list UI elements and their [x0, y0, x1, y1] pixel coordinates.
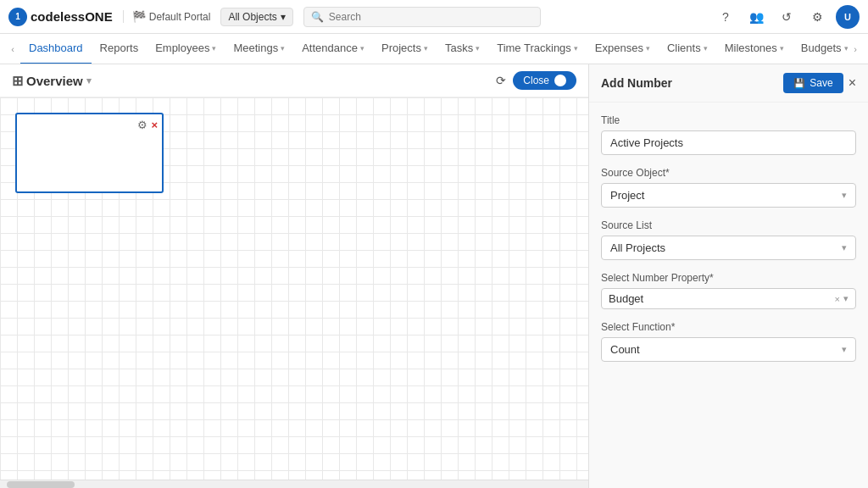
widget-settings-button[interactable]: ⚙: [137, 119, 147, 131]
portal-icon: 🏁: [132, 10, 146, 23]
source-list-arrow-icon: ▾: [842, 242, 847, 253]
portal-badge[interactable]: 🏁 Default Portal: [123, 10, 211, 23]
source-object-select[interactable]: Project ▾: [601, 183, 856, 208]
source-object-value: Project: [610, 189, 644, 202]
title-input[interactable]: [601, 130, 856, 155]
form-group-source-list: Source List All Projects ▾: [601, 219, 856, 260]
nav-item-tasks[interactable]: Tasks ▾: [437, 34, 488, 64]
nav-label-timetrackings: Time Trackings: [497, 42, 571, 54]
number-property-label: Select Number Property*: [601, 272, 856, 284]
nav-item-reports[interactable]: Reports: [92, 34, 147, 64]
source-object-arrow-icon: ▾: [842, 190, 847, 201]
employees-arrow-icon: ▾: [212, 44, 216, 53]
clients-arrow-icon: ▾: [704, 44, 708, 53]
overview-dropdown-icon[interactable]: ▾: [86, 75, 92, 86]
nav-label-budgets: Budgets: [801, 42, 842, 54]
portal-label: Default Portal: [149, 11, 211, 23]
title-label: Title: [601, 114, 856, 126]
all-objects-button[interactable]: All Objects ▾: [220, 8, 292, 26]
all-objects-label: All Objects: [228, 11, 276, 23]
form-group-title: Title: [601, 114, 856, 155]
grid-area: ⚙ ×: [0, 97, 588, 484]
nav-item-budgets[interactable]: Budgets ▾: [793, 34, 848, 64]
panel-close-button[interactable]: ×: [849, 75, 856, 91]
nav-item-projects[interactable]: Projects ▾: [373, 34, 437, 64]
save-button[interactable]: 💾 Save: [783, 73, 843, 93]
source-list-label: Source List: [601, 219, 856, 231]
settings-button[interactable]: ⚙: [805, 5, 829, 29]
close-label: Close: [523, 75, 549, 86]
nav-label-attendance: Attendance: [302, 42, 358, 54]
nav-label-reports: Reports: [100, 42, 139, 54]
panel-header-actions: 💾 Save ×: [783, 73, 856, 93]
projects-arrow-icon: ▾: [424, 44, 428, 53]
widget-gear-icon: ⚙: [137, 119, 147, 131]
overview-actions: ⟳ Close: [496, 71, 576, 90]
source-list-select[interactable]: All Projects ▾: [601, 236, 856, 260]
history-icon: ↺: [782, 10, 792, 24]
function-select[interactable]: Count ▾: [601, 337, 856, 362]
navbar: ‹ Dashboard Reports Employees ▾ Meetings…: [0, 34, 868, 64]
nav-item-expenses[interactable]: Expenses ▾: [587, 34, 659, 64]
refresh-icon: ⟳: [496, 74, 506, 87]
nav-label-employees: Employees: [155, 42, 209, 54]
overview-header: ⊞ Overview ▾ ⟳ Close: [0, 64, 588, 97]
number-property-value: Budget: [609, 292, 835, 305]
topbar: 1 codelessONE 🏁 Default Portal All Objec…: [0, 0, 868, 34]
form-group-number-property: Select Number Property* Budget × ▾: [601, 272, 856, 309]
nav-item-employees[interactable]: Employees ▾: [147, 34, 225, 64]
right-panel: Add Number 💾 Save × Title Source Object*: [588, 64, 868, 488]
widget-close-icon: ×: [151, 119, 158, 131]
overview-title: Overview: [26, 74, 83, 88]
panel-title: Add Number: [601, 76, 672, 90]
nav-item-meetings[interactable]: Meetings ▾: [225, 34, 293, 64]
history-button[interactable]: ↺: [775, 5, 798, 29]
nav-label-milestones: Milestones: [725, 42, 777, 54]
logo-text: codelessONE: [31, 9, 113, 24]
attendance-arrow-icon: ▾: [360, 44, 364, 53]
nav-item-timetrackings[interactable]: Time Trackings ▾: [488, 34, 587, 64]
nav-next-button[interactable]: ›: [848, 34, 863, 64]
nav-label-dashboard: Dashboard: [29, 42, 83, 54]
save-label: Save: [810, 77, 832, 89]
topbar-actions: ? 👥 ↺ ⚙ U: [714, 5, 860, 29]
timetrackings-arrow-icon: ▾: [574, 44, 578, 53]
expenses-arrow-icon: ▾: [646, 44, 650, 53]
horizontal-scrollbar[interactable]: [0, 480, 588, 488]
refresh-button[interactable]: ⟳: [496, 74, 506, 87]
milestones-arrow-icon: ▾: [780, 44, 784, 53]
nav-item-dashboard[interactable]: Dashboard: [20, 34, 92, 64]
toggle-dot: [554, 75, 566, 86]
overview-icon: ⊞: [12, 73, 23, 89]
nav-label-tasks: Tasks: [445, 42, 473, 54]
close-toggle-button[interactable]: Close: [513, 71, 576, 90]
logo-icon: 1: [8, 8, 27, 26]
function-label: Select Function*: [601, 321, 856, 333]
panel-close-icon: ×: [849, 75, 856, 90]
users-button[interactable]: 👥: [744, 5, 768, 29]
avatar[interactable]: U: [836, 5, 860, 29]
source-list-value: All Projects: [610, 241, 665, 254]
save-icon: 💾: [793, 78, 805, 89]
widget-close-button[interactable]: ×: [151, 119, 158, 131]
nav-prev-button[interactable]: ‹: [5, 34, 20, 64]
nav-item-clients[interactable]: Clients ▾: [659, 34, 716, 64]
search-input[interactable]: [329, 11, 533, 23]
number-property-select[interactable]: Budget × ▾: [601, 288, 856, 309]
users-icon: 👥: [749, 10, 764, 24]
nav-item-milestones[interactable]: Milestones ▾: [716, 34, 793, 64]
help-button[interactable]: ?: [714, 5, 737, 29]
panel-header: Add Number 💾 Save ×: [589, 64, 868, 103]
number-property-clear-icon[interactable]: ×: [835, 294, 840, 304]
nav-item-attendance[interactable]: Attendance ▾: [293, 34, 373, 64]
function-arrow-icon: ▾: [842, 344, 847, 355]
widget-box: ⚙ ×: [15, 113, 164, 193]
nav-label-expenses: Expenses: [595, 42, 643, 54]
nav-label-projects: Projects: [381, 42, 421, 54]
source-object-label: Source Object*: [601, 167, 856, 179]
form-group-source-object: Source Object* Project ▾: [601, 167, 856, 208]
all-objects-arrow-icon: ▾: [281, 11, 286, 23]
nav-label-meetings: Meetings: [233, 42, 278, 54]
nav-items: Dashboard Reports Employees ▾ Meetings ▾…: [20, 34, 848, 64]
search-bar[interactable]: 🔍: [303, 7, 541, 27]
